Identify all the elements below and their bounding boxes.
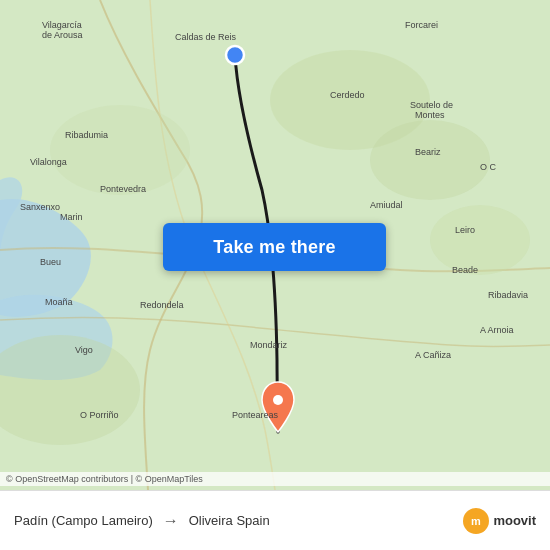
svg-text:Cerdedo: Cerdedo bbox=[330, 90, 365, 100]
bottom-bar: Padín (Campo Lameiro) → Oliveira Spain m… bbox=[0, 490, 550, 550]
svg-text:O C: O C bbox=[480, 162, 497, 172]
svg-text:Ribadavia: Ribadavia bbox=[488, 290, 528, 300]
svg-point-7 bbox=[273, 395, 283, 405]
svg-text:Ribadumia: Ribadumia bbox=[65, 130, 108, 140]
take-me-there-button[interactable]: Take me there bbox=[163, 223, 386, 271]
svg-text:Soutelo de: Soutelo de bbox=[410, 100, 453, 110]
svg-text:O Porriño: O Porriño bbox=[80, 410, 119, 420]
svg-text:Beariz: Beariz bbox=[415, 147, 441, 157]
svg-text:Forcarei: Forcarei bbox=[405, 20, 438, 30]
map-container: Vilagarcía de Arousa Caldas de Reis Forc… bbox=[0, 0, 550, 490]
svg-text:Pontevedra: Pontevedra bbox=[100, 184, 146, 194]
svg-point-4 bbox=[50, 105, 190, 195]
svg-text:A Cañiza: A Cañiza bbox=[415, 350, 451, 360]
origin-label: Padín (Campo Lameiro) bbox=[14, 513, 153, 528]
svg-text:m: m bbox=[471, 515, 481, 527]
svg-text:Mondariz: Mondariz bbox=[250, 340, 288, 350]
moovit-icon: m bbox=[463, 508, 489, 534]
svg-text:Beade: Beade bbox=[452, 265, 478, 275]
svg-text:Marin: Marin bbox=[60, 212, 83, 222]
svg-text:Bueu: Bueu bbox=[40, 257, 61, 267]
svg-point-2 bbox=[370, 120, 490, 200]
svg-text:Sanxenxo: Sanxenxo bbox=[20, 202, 60, 212]
svg-point-6 bbox=[226, 46, 244, 64]
svg-text:Ponteareas: Ponteareas bbox=[232, 410, 279, 420]
destination-label: Oliveira Spain bbox=[189, 513, 270, 528]
svg-text:Vigo: Vigo bbox=[75, 345, 93, 355]
svg-text:A Arnoia: A Arnoia bbox=[480, 325, 514, 335]
svg-text:Moaña: Moaña bbox=[45, 297, 73, 307]
svg-text:Redondela: Redondela bbox=[140, 300, 184, 310]
svg-text:de Arousa: de Arousa bbox=[42, 30, 83, 40]
svg-text:Vilalonga: Vilalonga bbox=[30, 157, 67, 167]
svg-text:Leiro: Leiro bbox=[455, 225, 475, 235]
moovit-logo: m moovit bbox=[463, 508, 536, 534]
arrow-icon: → bbox=[163, 512, 179, 530]
svg-text:Caldas de Reis: Caldas de Reis bbox=[175, 32, 237, 42]
svg-point-3 bbox=[430, 205, 530, 275]
moovit-text: moovit bbox=[493, 513, 536, 528]
svg-text:Amiudal: Amiudal bbox=[370, 200, 403, 210]
attribution: © OpenStreetMap contributors | © OpenMap… bbox=[0, 472, 550, 486]
svg-text:Vilagarcía: Vilagarcía bbox=[42, 20, 82, 30]
svg-text:Montes: Montes bbox=[415, 110, 445, 120]
